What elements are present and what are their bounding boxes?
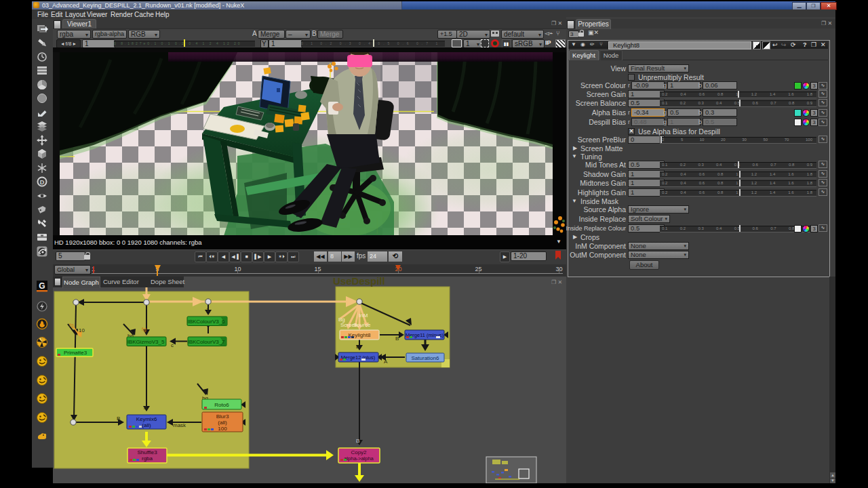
svg-text:A: A	[384, 359, 388, 365]
svg-text:100: 100	[218, 426, 227, 432]
svg-text:1: 1	[206, 307, 210, 313]
svg-text:B: B	[117, 415, 120, 422]
svg-text:B: B	[395, 336, 399, 342]
svg-text:B: B	[356, 438, 359, 444]
svg-text:c: c	[171, 342, 174, 348]
svg-text:InM: InM	[359, 312, 368, 319]
svg-text:fg: fg	[69, 322, 74, 328]
svg-text:Primatte3: Primatte3	[64, 350, 87, 356]
svg-text:mask: mask	[173, 422, 186, 428]
svg-text:D: D	[40, 179, 45, 186]
svg-text:alpha->alpha: alpha->alpha	[344, 455, 374, 462]
svg-text:Source: Source	[353, 322, 371, 328]
svg-text:B: B	[356, 344, 359, 350]
svg-text:fg: fg	[142, 326, 146, 332]
svg-text:10: 10	[79, 327, 85, 333]
svg-text:Keymix6: Keymix6	[136, 416, 157, 422]
svg-text:❐ ✕: ❐ ✕	[551, 279, 562, 285]
svg-text:IBKColourV3_7: IBKColourV3_7	[187, 339, 225, 345]
svg-text:IBKColourV3_6: IBKColourV3_6	[187, 319, 225, 325]
svg-text:Merge12 (plus): Merge12 (plus)	[341, 354, 376, 361]
svg-text:G: G	[39, 281, 45, 291]
svg-text:IBKGizmoV3_5: IBKGizmoV3_5	[127, 339, 165, 345]
svg-text:Blur3: Blur3	[216, 413, 229, 420]
svg-text:UseDespill: UseDespill	[333, 277, 385, 287]
svg-text:A: A	[144, 405, 148, 411]
svg-text:Shuffle3: Shuffle3	[137, 449, 157, 455]
svg-text:Saturation6: Saturation6	[412, 355, 439, 361]
svg-text:Roto6: Roto6	[214, 402, 229, 408]
svg-text:(all): (all)	[142, 422, 151, 428]
svg-text:Copy2: Copy2	[351, 449, 367, 455]
svg-text:rgba: rgba	[142, 455, 153, 462]
svg-text:(all): (all)	[218, 420, 227, 426]
